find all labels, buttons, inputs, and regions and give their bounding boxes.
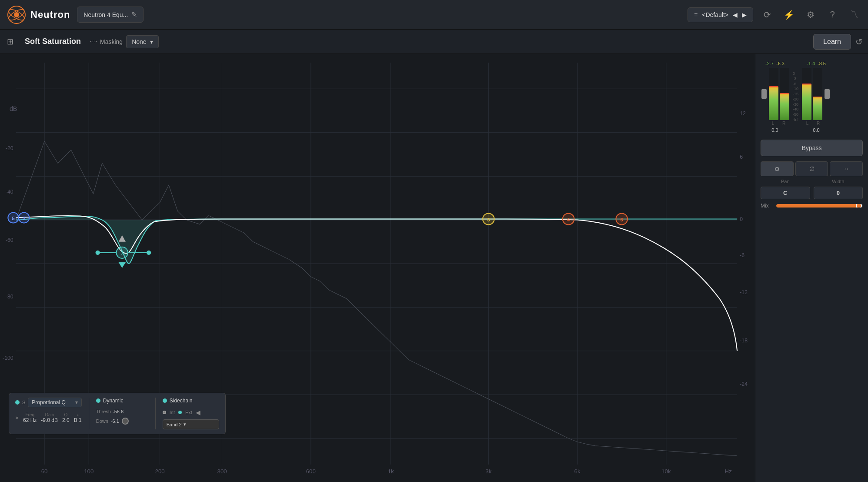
param-row: ✕ Freq 62 Hz Gain -9.0 dB Q 2.0 ♪: [15, 412, 82, 423]
band-select-value: Band 2: [167, 422, 182, 427]
tooltip-sidechain-header: Sidechain: [163, 398, 219, 404]
slider-knob[interactable]: [122, 418, 129, 425]
phase-mode-button[interactable]: ∅: [795, 161, 828, 176]
mix-thumb[interactable]: [856, 204, 862, 208]
tooltip-dynamic-header: Dynamic: [96, 398, 148, 404]
dynamic-power-dot[interactable]: [96, 398, 100, 403]
sidechain-power-dot[interactable]: [163, 398, 167, 403]
tooltip-eq-section: S Proportional Q ▾ ✕ Freq 62 Hz Gain -9.…: [15, 398, 82, 429]
svg-text:-40: -40: [6, 189, 13, 195]
left-meter: -2.7 -6.3: [761, 61, 789, 133]
loop-icon[interactable]: ↺: [855, 37, 863, 47]
thresh-row: Thresh -58.8: [96, 409, 148, 414]
mix-label: Mix: [761, 203, 773, 209]
pan-width-section: C 0: [761, 187, 863, 199]
svg-text:3: 3: [487, 217, 490, 222]
x-close-icon[interactable]: ✕: [15, 415, 19, 420]
right-slider[interactable]: [824, 68, 831, 120]
sidechain-arrow-left[interactable]: ◀: [196, 409, 200, 416]
arrow-right-btn[interactable]: ▶: [742, 11, 747, 18]
masking-dropdown[interactable]: None ▾: [126, 35, 158, 48]
tooltip-eq-header: S Proportional Q ▾: [15, 398, 82, 407]
history-icon[interactable]: ⟳: [760, 8, 774, 22]
right-R-bar: [813, 68, 822, 120]
lightning-icon[interactable]: ⚡: [782, 8, 796, 22]
eq-type-value: Proportional Q: [32, 399, 65, 405]
band-select-dropdown[interactable]: Band 2 ▾: [163, 419, 219, 429]
scale-50: -50: [793, 112, 798, 117]
toolbar: ⊞ Soft Saturation 〰 Masking None ▾ Learn…: [0, 30, 868, 54]
svg-text:300: 300: [217, 468, 227, 475]
right-L-bar: [802, 68, 811, 120]
scale-40: -40: [793, 107, 798, 111]
speaker-icon[interactable]: 〽: [847, 8, 861, 22]
pan-mode-button[interactable]: ⊙: [761, 161, 794, 176]
width-box[interactable]: 0: [814, 187, 863, 199]
freq-param: Freq 62 Hz: [23, 412, 37, 423]
svg-text:200: 200: [155, 468, 165, 475]
scale-3: -3: [793, 77, 798, 81]
svg-text:6: 6: [740, 154, 743, 160]
left-meter-group: -2.7 -6.3: [761, 61, 789, 133]
right-meter-bars: [802, 68, 831, 120]
svg-text:dB: dB: [10, 105, 17, 112]
scale-30: -30: [793, 102, 798, 107]
width-mode-button[interactable]: ↔: [830, 161, 863, 176]
gear-icon[interactable]: ⚙: [804, 8, 818, 22]
preset-box[interactable]: Neutron 4 Equ... ✎: [77, 7, 144, 23]
svg-point-1: [14, 12, 19, 17]
svg-text:-12: -12: [740, 289, 748, 295]
left-R-label: R: [779, 121, 789, 126]
svg-text:60: 60: [41, 468, 48, 475]
left-meter-values: -2.7 -6.3: [765, 61, 785, 66]
divider-1: [89, 398, 89, 429]
mix-slider[interactable]: [776, 204, 863, 208]
scale-0: 0: [793, 71, 798, 76]
edit-icon[interactable]: ✎: [131, 10, 137, 19]
mix-section: Mix: [761, 203, 863, 209]
svg-text:6: 6: [621, 217, 623, 222]
masking-area: 〰 Masking None ▾: [90, 35, 159, 48]
masking-chevron-icon: ▾: [150, 38, 153, 45]
app-name: Neutron: [30, 9, 70, 20]
eq-type-dropdown[interactable]: Proportional Q ▾: [28, 398, 81, 407]
int-dot: [163, 411, 166, 414]
band-tooltip: S Proportional Q ▾ ✕ Freq 62 Hz Gain -9.…: [9, 393, 226, 434]
eq-area: 5 2 7 3 4 6 dB: [0, 54, 755, 482]
svg-text:7: 7: [121, 251, 124, 256]
nav-icons: ⟳ ⚡ ⚙ ? 〽: [760, 8, 861, 22]
svg-text:4: 4: [567, 217, 570, 222]
svg-text:-20: -20: [6, 145, 13, 151]
int-label: Int: [170, 410, 175, 415]
left-readout: 0.0: [771, 127, 778, 133]
preset-selector[interactable]: ≡ <Default> ◀ ▶: [688, 7, 753, 22]
b-param: ♪ B 1: [74, 412, 82, 423]
power-dot[interactable]: [15, 400, 20, 405]
left-meter-val2: -6.3: [776, 61, 785, 66]
learn-button[interactable]: Learn: [813, 34, 851, 50]
help-icon[interactable]: ?: [825, 8, 839, 22]
pan-mode-icon: ⊙: [775, 165, 780, 172]
masking-label: Masking: [100, 38, 123, 45]
bypass-button[interactable]: Bypass: [761, 140, 863, 156]
svg-text:-18: -18: [740, 338, 748, 344]
down-val: -6.1: [111, 418, 119, 424]
left-L-bar: [769, 68, 778, 120]
right-ch-labels: L R: [803, 121, 830, 126]
arrow-left-btn[interactable]: ◀: [733, 11, 738, 18]
svg-text:1k: 1k: [388, 468, 394, 475]
width-value: 0: [818, 190, 859, 196]
left-R-bar: [780, 68, 789, 120]
eq-type-chevron: ▾: [75, 399, 78, 405]
svg-text:2: 2: [23, 216, 25, 221]
grid-toggle-btn[interactable]: ⊞: [5, 35, 15, 48]
right-meter: -1.4 -8.5: [802, 61, 831, 133]
left-slider[interactable]: [761, 68, 768, 120]
right-L-label: L: [803, 121, 812, 126]
left-ch-labels: L R: [761, 121, 789, 126]
meters-section: -2.7 -6.3: [755, 57, 868, 136]
q-param: Q 2.0: [62, 412, 70, 423]
pan-box[interactable]: C: [761, 187, 810, 199]
svg-text:-60: -60: [6, 237, 13, 243]
right-readout: 0.0: [813, 127, 819, 133]
